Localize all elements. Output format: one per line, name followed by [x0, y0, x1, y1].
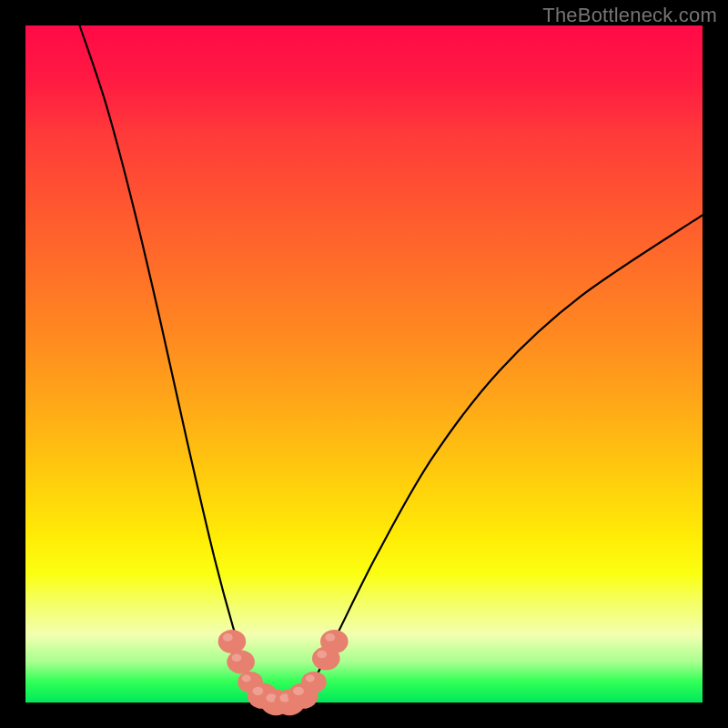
chart-frame: TheBottleneck.com	[0, 0, 728, 728]
watermark-text: TheBottleneck.com	[542, 4, 717, 27]
curve-marker-highlight	[306, 675, 315, 682]
curve-marker-highlight	[253, 687, 264, 695]
curve-marker	[227, 650, 255, 673]
curve-marker-highlight	[242, 675, 251, 682]
curve-marker-highlight	[293, 687, 304, 695]
curve-layer	[25, 25, 703, 703]
plot-area	[25, 25, 703, 703]
curve-marker-highlight	[223, 633, 233, 642]
curve-marker-highlight	[317, 651, 327, 659]
curve-marker-highlight	[325, 633, 335, 642]
curve-marker-highlight	[232, 654, 242, 662]
curve-markers	[218, 630, 349, 715]
curve-marker	[320, 630, 349, 653]
curve-marker	[218, 630, 247, 653]
bottleneck-curve	[80, 25, 703, 703]
curve-marker	[301, 672, 327, 693]
